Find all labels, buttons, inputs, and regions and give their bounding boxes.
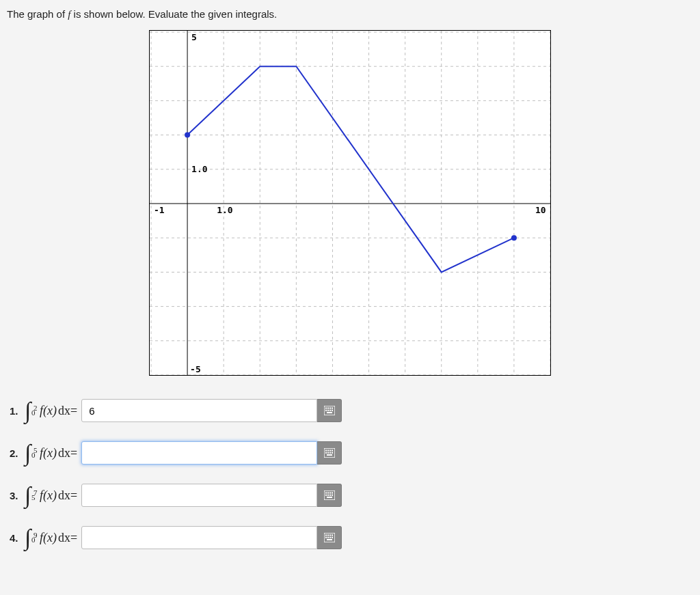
integral-lower: 0 xyxy=(31,443,36,467)
equals: = xyxy=(70,446,77,460)
svg-rect-48 xyxy=(329,452,331,454)
integral-sign: ∫90 xyxy=(25,526,37,549)
svg-rect-43 xyxy=(327,450,329,452)
integral-lower: 0 xyxy=(31,528,36,551)
question-row: 3.∫75f(x) dx = xyxy=(10,484,690,507)
chart-svg: 5-5-1101.01.0 xyxy=(150,31,551,376)
integral-sign: ∫50 xyxy=(25,441,37,465)
svg-rect-39 xyxy=(332,410,333,411)
integrand: f(x) xyxy=(40,488,57,503)
svg-text:1.0: 1.0 xyxy=(217,205,233,215)
integral-lower: 0 xyxy=(31,401,36,424)
chart: 5-5-1101.01.0 xyxy=(149,30,551,376)
svg-point-30 xyxy=(511,235,517,240)
question-row: 4.∫90f(x) dx = xyxy=(10,526,690,549)
svg-rect-64 xyxy=(329,535,331,536)
integral-sign: ∫75 xyxy=(25,484,37,507)
svg-rect-53 xyxy=(327,493,329,494)
svg-rect-63 xyxy=(327,535,329,536)
svg-rect-40 xyxy=(327,412,332,413)
integrand: f(x) xyxy=(40,404,57,418)
svg-text:10: 10 xyxy=(535,205,546,215)
svg-rect-34 xyxy=(329,408,331,409)
prompt-after: is shown below. Evaluate the given integ… xyxy=(70,8,277,20)
svg-rect-57 xyxy=(327,495,329,496)
chart-container: 5-5-1101.01.0 xyxy=(0,26,700,387)
prompt-before: The graph of xyxy=(7,8,68,20)
equals: = xyxy=(70,488,77,503)
svg-text:-5: -5 xyxy=(190,364,201,374)
svg-rect-56 xyxy=(325,495,327,496)
question-number: 2. xyxy=(10,447,22,459)
integral-expression: ∫50f(x) dx = xyxy=(25,441,77,465)
svg-rect-37 xyxy=(327,410,329,411)
svg-rect-62 xyxy=(325,535,327,536)
answer-input[interactable] xyxy=(81,441,317,465)
svg-rect-50 xyxy=(327,454,332,456)
svg-rect-52 xyxy=(325,493,327,494)
svg-rect-68 xyxy=(329,537,331,538)
svg-rect-67 xyxy=(327,537,329,538)
svg-rect-49 xyxy=(332,452,333,454)
svg-text:-1: -1 xyxy=(154,205,165,215)
svg-rect-59 xyxy=(332,495,333,496)
equals: = xyxy=(70,404,77,418)
svg-rect-70 xyxy=(327,539,332,540)
keypad-icon[interactable] xyxy=(317,441,342,465)
answer-input[interactable] xyxy=(81,484,317,507)
svg-rect-32 xyxy=(325,408,327,409)
dx: dx xyxy=(58,531,70,545)
answers-block: 1.∫20f(x) dx = 2.∫50f(x) dx = 3.∫75f(x) … xyxy=(0,387,700,582)
svg-rect-42 xyxy=(325,450,327,452)
dx: dx xyxy=(58,404,70,418)
svg-rect-36 xyxy=(325,410,327,411)
dx: dx xyxy=(58,488,70,503)
svg-text:5: 5 xyxy=(191,32,197,42)
equals: = xyxy=(70,531,77,545)
question-row: 2.∫50f(x) dx = xyxy=(10,441,690,465)
prompt-text: The graph of f is shown below. Evaluate … xyxy=(0,0,700,26)
question-row: 1.∫20f(x) dx = xyxy=(10,399,690,422)
question-number: 4. xyxy=(10,532,22,544)
answer-input[interactable] xyxy=(81,399,317,422)
integral-expression: ∫90f(x) dx = xyxy=(25,526,77,549)
integral-sign: ∫20 xyxy=(25,399,37,422)
svg-rect-44 xyxy=(329,450,331,452)
svg-rect-60 xyxy=(327,497,332,498)
svg-rect-65 xyxy=(332,535,333,536)
svg-rect-55 xyxy=(332,493,333,494)
svg-rect-69 xyxy=(332,537,333,538)
answer-input[interactable] xyxy=(81,526,317,549)
svg-rect-46 xyxy=(325,452,327,454)
dx: dx xyxy=(58,446,70,460)
svg-rect-35 xyxy=(332,408,333,409)
svg-rect-38 xyxy=(329,410,331,411)
svg-rect-47 xyxy=(327,452,329,454)
question-number: 1. xyxy=(10,405,22,417)
svg-rect-66 xyxy=(325,537,327,538)
svg-rect-45 xyxy=(332,450,333,452)
svg-point-29 xyxy=(185,133,190,138)
integral-expression: ∫75f(x) dx = xyxy=(25,484,77,507)
integral-lower: 5 xyxy=(31,486,36,509)
svg-text:1.0: 1.0 xyxy=(191,164,208,174)
svg-rect-54 xyxy=(329,493,331,494)
integral-expression: ∫20f(x) dx = xyxy=(25,399,77,422)
integrand: f(x) xyxy=(40,446,57,460)
svg-rect-33 xyxy=(327,408,329,409)
integrand: f(x) xyxy=(40,531,57,545)
keypad-icon[interactable] xyxy=(317,399,342,422)
svg-rect-58 xyxy=(329,495,331,496)
keypad-icon[interactable] xyxy=(317,526,342,549)
keypad-icon[interactable] xyxy=(317,484,342,507)
question-number: 3. xyxy=(10,490,22,501)
